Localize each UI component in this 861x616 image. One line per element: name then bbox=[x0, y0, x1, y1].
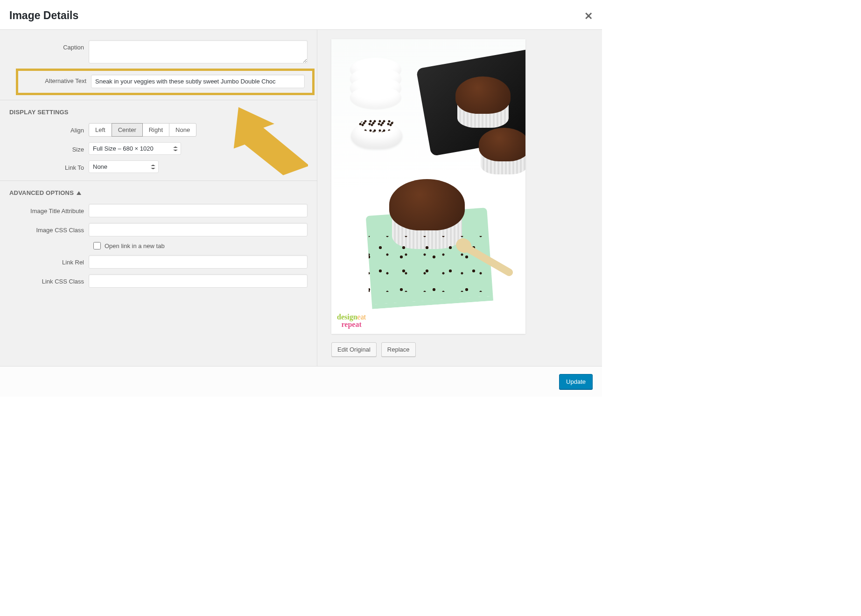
caption-label: Caption bbox=[9, 40, 89, 51]
image-preview: designeat repeat bbox=[331, 39, 525, 334]
link-css-class-row: Link CSS Class bbox=[0, 271, 317, 291]
link-to-label: Link To bbox=[9, 160, 89, 171]
image-css-class-label: Image CSS Class bbox=[9, 223, 89, 234]
caption-input-wrap bbox=[89, 40, 308, 65]
align-none-button[interactable]: None bbox=[169, 123, 196, 137]
image-css-class-input[interactable] bbox=[89, 223, 308, 236]
advanced-options-heading-text: ADVANCED OPTIONS bbox=[9, 189, 74, 196]
image-title-attr-input[interactable] bbox=[89, 204, 308, 217]
advanced-options-section: ADVANCED OPTIONS Image Title Attribute I… bbox=[0, 180, 317, 291]
dialog-footer: Update bbox=[0, 366, 602, 397]
alt-text-input[interactable] bbox=[91, 75, 305, 88]
preview-pane: designeat repeat Edit Original Replace bbox=[317, 30, 602, 366]
preview-watermark: designeat repeat bbox=[337, 313, 366, 328]
logo-word-2: eat bbox=[357, 313, 366, 321]
display-settings-heading: DISPLAY SETTINGS bbox=[0, 109, 317, 120]
align-label: Align bbox=[9, 123, 89, 134]
caption-input[interactable] bbox=[89, 40, 308, 63]
image-css-class-row: Image CSS Class bbox=[0, 220, 317, 239]
edit-original-button[interactable]: Edit Original bbox=[331, 342, 377, 357]
caption-row: Caption bbox=[0, 37, 317, 68]
image-title-attr-wrap bbox=[89, 204, 308, 217]
caret-up-icon bbox=[77, 191, 81, 195]
link-css-class-input[interactable] bbox=[89, 274, 308, 288]
link-rel-wrap bbox=[89, 255, 308, 269]
dialog-header: Image Details ✕ bbox=[0, 0, 602, 30]
preview-decor bbox=[369, 236, 490, 292]
open-new-tab-label[interactable]: Open link in a new tab bbox=[105, 242, 165, 249]
alt-text-input-wrap bbox=[91, 75, 305, 88]
align-left-button[interactable]: Left bbox=[89, 123, 112, 137]
alt-text-label: Alternative Text bbox=[18, 75, 91, 84]
link-css-class-label: Link CSS Class bbox=[9, 274, 89, 285]
close-icon[interactable]: ✕ bbox=[584, 10, 593, 22]
logo-word-3: repeat bbox=[337, 321, 366, 328]
update-button[interactable]: Update bbox=[559, 374, 593, 389]
preview-decor bbox=[350, 58, 401, 114]
image-css-class-wrap bbox=[89, 223, 308, 236]
align-right-button[interactable]: Right bbox=[142, 123, 169, 137]
logo-word-1: design bbox=[337, 313, 357, 321]
size-row: Size Full Size – 680 × 1020 bbox=[0, 139, 317, 158]
annotation-highlight: Alternative Text bbox=[16, 69, 315, 95]
replace-button[interactable]: Replace bbox=[381, 342, 416, 357]
link-css-class-wrap bbox=[89, 274, 308, 288]
image-title-attr-label: Image Title Attribute bbox=[9, 204, 89, 215]
size-input-wrap: Full Size – 680 × 1020 bbox=[89, 142, 308, 155]
display-settings-section: DISPLAY SETTINGS Align Left Center Right… bbox=[0, 100, 317, 176]
image-title-attr-row: Image Title Attribute bbox=[0, 201, 317, 220]
open-new-tab-row: Open link in a new tab bbox=[0, 239, 317, 252]
link-to-input-wrap: None bbox=[89, 160, 308, 173]
image-details-dialog: Image Details ✕ Caption Alternative Text bbox=[0, 0, 602, 397]
link-rel-input[interactable] bbox=[89, 255, 308, 269]
preview-decor bbox=[358, 118, 396, 132]
preview-actions: Edit Original Replace bbox=[331, 342, 588, 357]
settings-pane: Caption Alternative Text DISPLAY SETTING… bbox=[0, 30, 317, 366]
advanced-options-toggle[interactable]: ADVANCED OPTIONS bbox=[0, 189, 317, 201]
link-rel-label: Link Rel bbox=[9, 255, 89, 266]
align-row: Align Left Center Right None bbox=[0, 120, 317, 139]
size-label: Size bbox=[9, 142, 89, 153]
align-input-wrap: Left Center Right None bbox=[89, 123, 308, 137]
alt-text-row: Alternative Text bbox=[18, 75, 305, 88]
open-new-tab-checkbox[interactable] bbox=[93, 242, 101, 249]
align-button-group: Left Center Right None bbox=[89, 123, 196, 137]
link-to-select[interactable]: None bbox=[89, 160, 159, 173]
dialog-body: Caption Alternative Text DISPLAY SETTING… bbox=[0, 30, 602, 366]
link-rel-row: Link Rel bbox=[0, 252, 317, 271]
align-center-button[interactable]: Center bbox=[112, 123, 143, 137]
size-select[interactable]: Full Size – 680 × 1020 bbox=[89, 142, 181, 155]
link-to-row: Link To None bbox=[0, 158, 317, 176]
dialog-title: Image Details bbox=[9, 9, 593, 22]
